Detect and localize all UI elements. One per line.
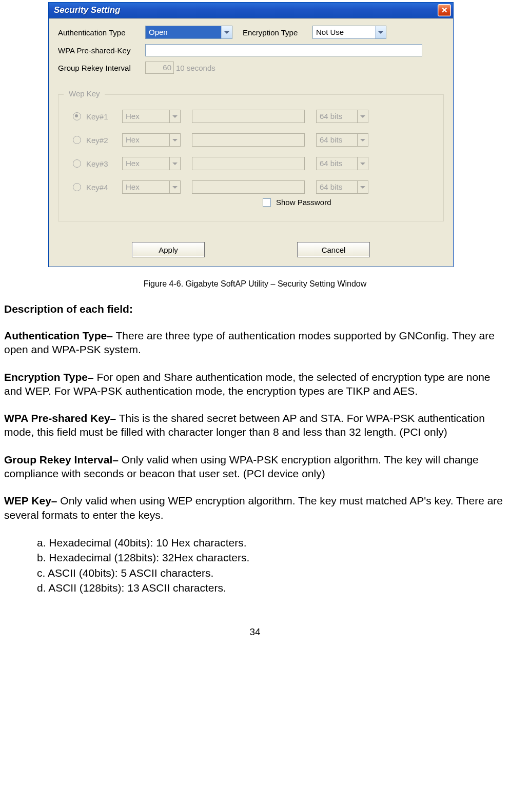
enc-type-combo[interactable]: Not Use [312,26,386,39]
wep-row-4: Key#4 Hex 64 bits [73,180,435,194]
enc-type-value: Not Use [313,26,375,38]
wep-formats-list: a. Hexadecimal (40bits): 10 Hex characte… [37,535,506,596]
group-rekey-input: 60 [145,62,174,74]
security-setting-dialog: Security Setting ✕ Authentication Type O… [48,2,454,267]
wep-key-legend: Wep Key [66,89,103,98]
wep-bits-4: 64 bits [316,180,368,194]
wep-radio-1[interactable] [73,112,81,120]
list-item: c. ASCII (40bits): 5 ASCII characters. [37,565,506,580]
label-wpa-psk: WPA Pre-shared-Key [58,46,145,55]
chevron-down-icon [169,110,180,123]
wep-bits-4-value: 64 bits [317,181,357,193]
label-enc-type: Encryption Type [243,28,312,37]
show-password-checkbox[interactable] [263,198,271,207]
chevron-down-icon [221,26,232,38]
dialog-body: Authentication Type Open Encryption Type… [49,18,453,267]
term-wep: WEP Key– [4,495,57,506]
wep-label-2: Key#2 [86,136,122,145]
wep-format-4: Hex [122,180,181,194]
term-enc: Encryption Type– [4,371,94,383]
wep-bits-2-value: 64 bits [317,134,357,146]
wep-bits-1: 64 bits [316,110,368,123]
wpa-psk-input[interactable] [145,44,422,56]
row-auth-enc: Authentication Type Open Encryption Type… [58,26,444,39]
chevron-down-icon [375,26,386,38]
group-rekey-unit: 10 seconds [176,64,215,72]
term-wpa: WPA Pre-shared Key– [4,412,116,424]
wep-row-1: Key#1 Hex 64 bits [73,110,435,123]
row-gri: Group Rekey Interval 60 10 seconds [58,62,444,74]
wep-bits-3-value: 64 bits [317,157,357,170]
list-item: d. ASCII (128bits): 13 ASCII characters. [37,580,506,595]
list-item: a. Hexadecimal (40bits): 10 Hex characte… [37,535,506,550]
wep-radio-3[interactable] [73,159,81,168]
chevron-down-icon [169,157,180,170]
chevron-down-icon [169,181,180,193]
wep-format-2-value: Hex [123,134,169,146]
description-heading: Description of each field: [4,303,506,315]
auth-type-combo[interactable]: Open [145,26,232,39]
wep-key-group: Wep Key Key#1 Hex 64 bits [58,94,444,221]
titlebar-title: Security Setting [54,5,120,15]
cancel-button[interactable]: Cancel [297,242,370,257]
list-item: b. Hexadecimal (128bits): 32Hex characte… [37,550,506,565]
term-gri: Group Rekey Interval– [4,454,119,465]
para-wep: WEP Key– Only valid when using WEP encry… [4,494,506,522]
label-group-rekey: Group Rekey Interval [58,64,145,72]
wep-bits-1-value: 64 bits [317,110,357,123]
auth-type-value: Open [146,26,221,38]
wep-radio-4[interactable] [73,183,81,191]
wep-format-4-value: Hex [123,181,169,193]
wep-label-1: Key#1 [86,112,122,121]
wep-value-3[interactable] [192,157,305,170]
chevron-down-icon [357,181,368,193]
para-wpa: WPA Pre-shared Key– This is the shared s… [4,411,506,439]
para-auth: Authentication Type– There are three typ… [4,329,506,357]
titlebar[interactable]: Security Setting ✕ [49,3,453,18]
para-gri: Group Rekey Interval– Only valid when us… [4,453,506,481]
term-auth: Authentication Type– [4,330,113,341]
show-password-row: Show Password [263,198,435,207]
wep-row-2: Key#2 Hex 64 bits [73,133,435,147]
chevron-down-icon [357,134,368,146]
show-password-label: Show Password [276,198,331,207]
wep-format-3: Hex [122,157,181,170]
close-icon: ✕ [441,6,448,15]
wep-value-1[interactable] [192,110,305,123]
label-auth-type: Authentication Type [58,28,145,37]
wep-bits-3: 64 bits [316,157,368,170]
row-wpa: WPA Pre-shared-Key [58,44,444,56]
wep-row-3: Key#3 Hex 64 bits [73,157,435,170]
wep-value-2[interactable] [192,133,305,147]
wep-label-4: Key#4 [86,183,122,192]
wep-format-1-value: Hex [123,110,169,123]
chevron-down-icon [357,157,368,170]
wep-format-2: Hex [122,133,181,147]
apply-button[interactable]: Apply [132,242,205,257]
wep-radio-2[interactable] [73,136,81,144]
button-row: Apply Cancel [58,242,444,257]
chevron-down-icon [169,134,180,146]
wep-value-4[interactable] [192,180,305,194]
wep-label-3: Key#3 [86,159,122,168]
body-wep: Only valid when using WEP encryption alg… [4,495,503,520]
figure-caption: Figure 4-6. Gigabyte SoftAP Utility – Se… [4,279,506,289]
close-button[interactable]: ✕ [438,4,451,16]
wep-bits-2: 64 bits [316,133,368,147]
chevron-down-icon [357,110,368,123]
wep-format-1: Hex [122,110,181,123]
para-enc: Encryption Type– For open and Share auth… [4,370,506,398]
dialog-window: Security Setting ✕ Authentication Type O… [48,2,454,267]
wep-format-3-value: Hex [123,157,169,170]
page-number: 34 [4,626,506,638]
